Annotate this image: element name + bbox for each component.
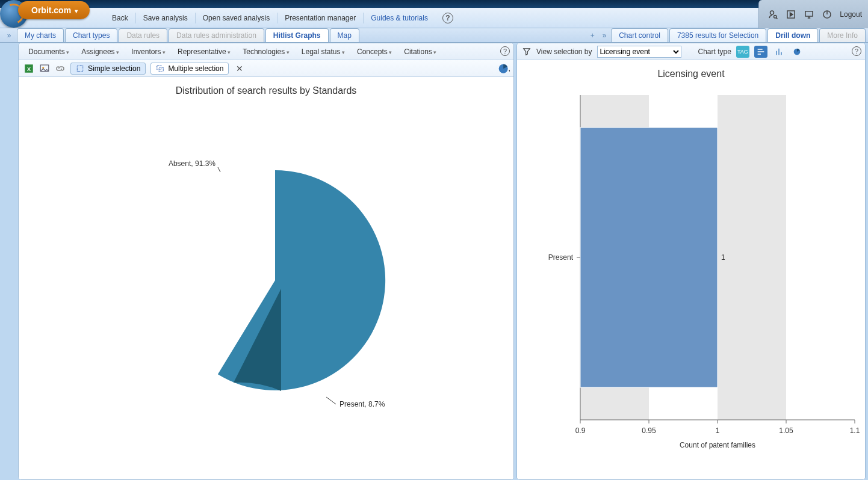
power-icon[interactable] [822, 9, 832, 20]
xtick: 1 [716, 426, 720, 435]
svg-point-1 [774, 15, 777, 18]
filter-citations[interactable]: Citations [399, 48, 441, 56]
filter-representative[interactable]: Representative [173, 48, 235, 56]
chart-type-label: Chart type [698, 48, 731, 56]
filter-legal-status[interactable]: Legal status [297, 48, 350, 56]
svg-line-15 [326, 397, 336, 404]
left-panel: Documents Assignees Inventors Representa… [18, 43, 514, 480]
logout-link[interactable]: Logout [840, 10, 862, 19]
filter-technologies[interactable]: Technologies [238, 48, 294, 56]
expand-left-icon[interactable]: » [2, 28, 16, 42]
bar-ycat-label: Present [548, 253, 574, 262]
grid-band [718, 95, 786, 420]
drilldown-bar: View selection by Licensing event Chart … [517, 43, 865, 60]
top-menu: Back Save analysis Open saved analysis P… [105, 13, 435, 23]
menu-guides-tutorials[interactable]: Guides & tutorials [364, 13, 435, 23]
menu-save-analysis[interactable]: Save analysis [136, 13, 196, 23]
svg-line-14 [218, 167, 220, 172]
bar-present[interactable] [580, 128, 718, 387]
pie-chart-area: Distribution of search results by Standa… [19, 77, 513, 479]
multiple-selection-button[interactable]: Multiple selection [150, 63, 229, 75]
drilldown-help-icon[interactable]: ? [852, 46, 861, 56]
tab-hitlist-graphs[interactable]: Hitlist Graphs [265, 28, 329, 42]
chart-type-pie-icon[interactable] [790, 46, 804, 58]
export-excel-icon[interactable]: X [23, 63, 34, 74]
view-by-select[interactable]: Licensing event [597, 46, 681, 58]
filter-inventors[interactable]: Inventors [126, 48, 170, 56]
add-tab-icon[interactable]: + [587, 28, 598, 42]
filter-assignees[interactable]: Assignees [76, 48, 124, 56]
svg-rect-3 [805, 11, 813, 16]
logo[interactable]: Orbit.com▼ [0, 8, 96, 28]
bar-value-label: 1 [721, 253, 725, 262]
svg-point-0 [770, 11, 774, 14]
filter-documents[interactable]: Documents [23, 48, 74, 56]
menu-presentation-manager[interactable]: Presentation manager [277, 13, 364, 23]
svg-text:▾: ▾ [509, 68, 510, 73]
menu-open-saved[interactable]: Open saved analysis [196, 13, 277, 23]
tab-more-info: More Info [819, 28, 866, 42]
chart-style-menu-icon[interactable]: ▾ [498, 63, 509, 74]
tab-drill-down[interactable]: Drill down [767, 28, 818, 42]
view-by-label: View selection by [536, 48, 592, 56]
tab-chart-types[interactable]: Chart types [65, 28, 117, 42]
xtick: 0.9 [575, 426, 586, 435]
export-icon[interactable] [786, 9, 796, 20]
chart-type-tag-icon[interactable]: TAG [736, 46, 749, 58]
link-icon[interactable] [55, 63, 66, 74]
xtick: 0.95 [642, 426, 656, 435]
filter-icon[interactable] [522, 47, 532, 57]
pie-chart[interactable]: Absent, 91.3% Present, 8.7% [37, 100, 495, 461]
xtick: 1.1 [850, 426, 860, 435]
filter-concepts[interactable]: Concepts [352, 48, 397, 56]
chart-type-hbar-icon[interactable] [754, 46, 767, 58]
svg-text:X: X [27, 66, 31, 72]
pie-slice-absent[interactable] [218, 170, 385, 390]
simple-selection-button[interactable]: Simple selection [70, 63, 146, 75]
tab-data-rules: Data rules [119, 28, 167, 42]
chart-toolbar: X Simple selection Multiple selection ✕ … [19, 60, 513, 77]
svg-rect-9 [77, 66, 82, 71]
help-icon[interactable]: ? [442, 13, 453, 23]
chart-type-vbar-icon[interactable] [772, 46, 786, 58]
user-search-icon[interactable] [767, 9, 778, 20]
pie-label-absent: Absent, 91.3% [169, 159, 215, 168]
clear-selection-icon[interactable]: ✕ [236, 64, 243, 73]
menu-back[interactable]: Back [105, 13, 136, 23]
bar-chart[interactable]: Present 1 0.9 0.95 1 1.05 1.1 Count of p… [522, 83, 860, 468]
bar-xlabel: Count of patent families [680, 441, 755, 449]
filter-bar: Documents Assignees Inventors Representa… [19, 43, 513, 60]
tabs-overflow-icon[interactable]: » [599, 28, 610, 42]
tab-data-rules-admin: Data rules administration [169, 28, 264, 42]
tab-strip: » My charts Chart types Data rules Data … [0, 28, 868, 43]
bar-chart-area: Licensing event Present 1 0.9 0.95 1 [517, 60, 865, 479]
tab-my-charts[interactable]: My charts [17, 28, 64, 42]
header-utilities: Logout [758, 0, 868, 28]
monitor-icon[interactable] [804, 9, 814, 20]
tab-chart-control[interactable]: Chart control [611, 28, 668, 42]
app-header: Orbit.com▼ Back Save analysis Open saved… [0, 8, 868, 28]
tab-results[interactable]: 7385 results for Selection [669, 28, 766, 42]
pie-chart-title: Distribution of search results by Standa… [19, 77, 513, 100]
right-panel: View selection by Licensing event Chart … [516, 43, 866, 480]
filter-help-icon[interactable]: ? [500, 46, 510, 56]
xtick: 1.05 [779, 426, 793, 435]
export-image-icon[interactable] [39, 63, 50, 74]
tab-map[interactable]: Map [330, 28, 359, 42]
pie-label-present: Present, 8.7% [339, 400, 385, 408]
bar-chart-title: Licensing event [517, 60, 865, 83]
